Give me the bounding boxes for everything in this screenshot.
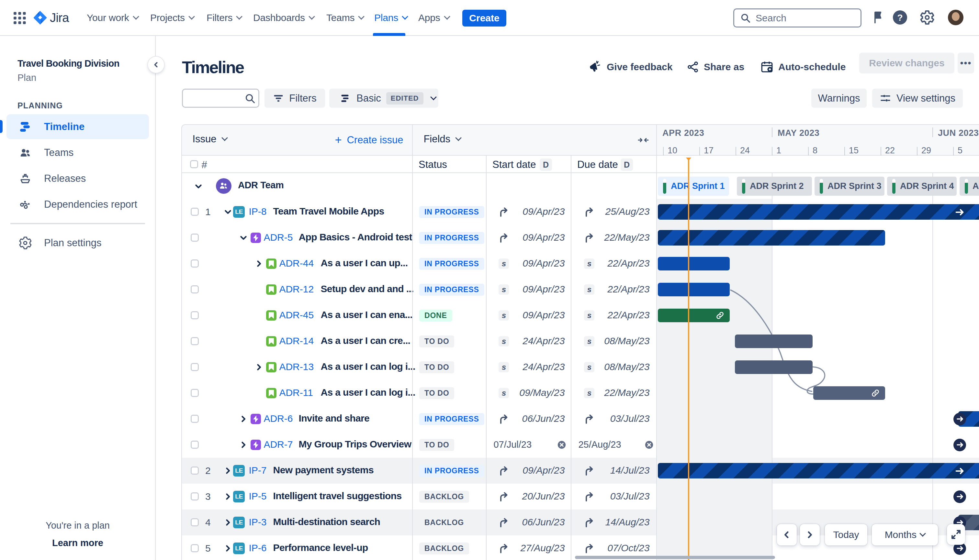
svg-text:?: ? [897,13,902,23]
